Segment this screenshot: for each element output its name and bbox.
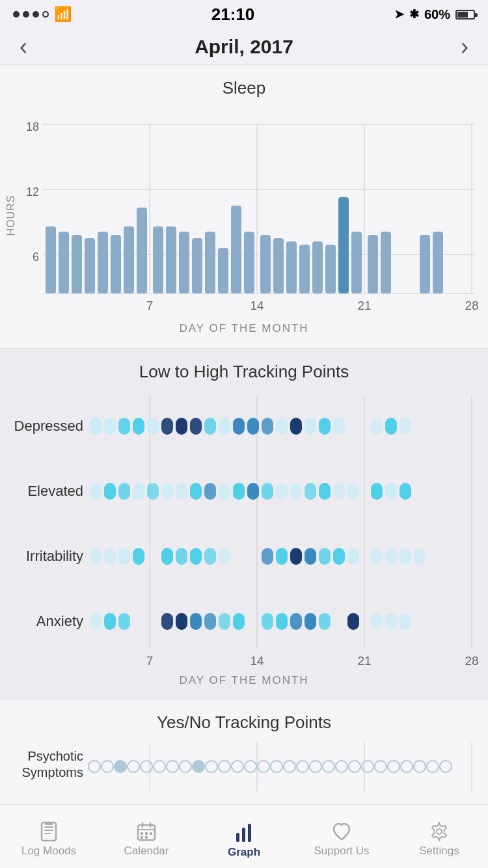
svg-point-144 bbox=[102, 761, 113, 772]
svg-rect-35 bbox=[351, 232, 362, 293]
sleep-title: Sleep bbox=[0, 78, 488, 98]
svg-rect-175 bbox=[45, 822, 53, 825]
svg-rect-66 bbox=[290, 418, 302, 435]
svg-rect-110 bbox=[347, 548, 359, 565]
svg-rect-65 bbox=[276, 418, 288, 435]
svg-rect-183 bbox=[141, 836, 143, 839]
svg-rect-69 bbox=[333, 418, 345, 435]
svg-rect-57 bbox=[161, 418, 173, 435]
svg-rect-98 bbox=[133, 548, 144, 565]
svg-rect-125 bbox=[276, 613, 288, 630]
tab-graph-label: Graph bbox=[228, 846, 260, 859]
svg-rect-121 bbox=[204, 613, 216, 630]
svg-rect-97 bbox=[118, 548, 130, 565]
tab-graph[interactable]: Graph bbox=[195, 815, 293, 859]
svg-rect-20 bbox=[153, 226, 163, 293]
svg-point-159 bbox=[297, 761, 308, 772]
svg-text:HOURS: HOURS bbox=[7, 195, 16, 236]
svg-text:Irritability: Irritability bbox=[26, 548, 83, 564]
dot2 bbox=[23, 11, 29, 18]
svg-rect-106 bbox=[290, 548, 302, 565]
tab-support[interactable]: Support Us bbox=[293, 816, 390, 858]
svg-rect-99 bbox=[161, 548, 173, 565]
svg-point-170 bbox=[440, 761, 452, 772]
svg-rect-15 bbox=[85, 238, 95, 293]
svg-rect-74 bbox=[104, 483, 116, 500]
svg-rect-39 bbox=[433, 232, 443, 293]
svg-rect-94 bbox=[400, 483, 411, 500]
tab-settings[interactable]: Settings bbox=[390, 816, 488, 858]
svg-rect-171 bbox=[42, 822, 56, 841]
svg-rect-92 bbox=[371, 483, 383, 500]
svg-rect-108 bbox=[319, 548, 331, 565]
svg-rect-19 bbox=[137, 208, 147, 293]
tab-log-moods[interactable]: Log Moods bbox=[0, 816, 98, 858]
tab-calendar[interactable]: Calendar bbox=[98, 816, 195, 858]
battery-percent: 60% bbox=[424, 7, 450, 22]
svg-rect-60 bbox=[204, 418, 216, 435]
svg-rect-52 bbox=[90, 418, 102, 435]
svg-rect-104 bbox=[262, 548, 273, 565]
svg-rect-181 bbox=[145, 832, 148, 835]
svg-point-168 bbox=[414, 761, 426, 772]
svg-rect-82 bbox=[219, 483, 230, 500]
svg-rect-100 bbox=[176, 548, 187, 565]
svg-rect-77 bbox=[147, 483, 159, 500]
svg-rect-31 bbox=[299, 245, 310, 293]
log-moods-icon bbox=[38, 821, 59, 842]
svg-rect-14 bbox=[72, 235, 82, 293]
svg-rect-56 bbox=[147, 418, 159, 435]
svg-rect-61 bbox=[219, 418, 230, 435]
svg-point-147 bbox=[141, 761, 152, 772]
svg-rect-79 bbox=[176, 483, 187, 500]
svg-text:28: 28 bbox=[465, 299, 478, 312]
next-month-button[interactable]: › bbox=[461, 35, 468, 59]
wifi-icon: 📶 bbox=[54, 6, 72, 23]
svg-rect-86 bbox=[276, 483, 288, 500]
svg-text:28: 28 bbox=[465, 654, 478, 668]
svg-point-166 bbox=[388, 761, 400, 772]
svg-rect-96 bbox=[104, 548, 116, 565]
svg-text:14: 14 bbox=[250, 654, 264, 668]
svg-rect-78 bbox=[161, 483, 173, 500]
svg-rect-129 bbox=[347, 613, 359, 630]
tab-log-moods-label: Log Moods bbox=[21, 845, 76, 858]
svg-rect-173 bbox=[44, 830, 53, 831]
svg-point-153 bbox=[219, 761, 230, 772]
svg-rect-85 bbox=[262, 483, 273, 500]
svg-rect-27 bbox=[244, 232, 254, 293]
svg-rect-73 bbox=[90, 483, 102, 500]
status-right: ➤ ✱ 60% bbox=[394, 7, 475, 22]
svg-rect-127 bbox=[305, 613, 316, 630]
svg-rect-111 bbox=[371, 548, 383, 565]
svg-rect-107 bbox=[305, 548, 316, 565]
svg-point-150 bbox=[180, 761, 191, 772]
yesno-section: Yes/No Tracking Points Psychotic Symptom… bbox=[0, 699, 488, 814]
svg-text:Symptoms: Symptoms bbox=[22, 765, 83, 780]
prev-month-button[interactable]: ‹ bbox=[20, 35, 27, 59]
svg-rect-26 bbox=[231, 206, 241, 293]
svg-rect-17 bbox=[111, 235, 121, 293]
support-icon bbox=[331, 821, 352, 842]
svg-rect-34 bbox=[338, 197, 349, 293]
svg-point-157 bbox=[271, 761, 282, 772]
sleep-chart-wrapper: HOURS 18 12 6 bbox=[0, 105, 488, 342]
svg-rect-87 bbox=[290, 483, 302, 500]
svg-rect-84 bbox=[247, 483, 259, 500]
svg-point-149 bbox=[167, 761, 178, 772]
svg-rect-25 bbox=[218, 248, 228, 293]
svg-point-156 bbox=[258, 761, 269, 772]
svg-rect-71 bbox=[385, 418, 397, 435]
svg-rect-30 bbox=[286, 241, 297, 293]
svg-rect-119 bbox=[176, 613, 187, 630]
tracking-chart-wrapper: Depressed Elevated Irritability Anxiety bbox=[0, 388, 488, 692]
svg-rect-105 bbox=[276, 548, 288, 565]
svg-rect-93 bbox=[385, 483, 397, 500]
svg-point-154 bbox=[232, 761, 243, 772]
svg-rect-70 bbox=[371, 418, 383, 435]
svg-rect-186 bbox=[242, 828, 245, 842]
svg-text:21: 21 bbox=[357, 654, 371, 668]
svg-rect-120 bbox=[190, 613, 202, 630]
status-time: 21:10 bbox=[211, 5, 255, 25]
status-left: 📶 bbox=[13, 6, 72, 23]
